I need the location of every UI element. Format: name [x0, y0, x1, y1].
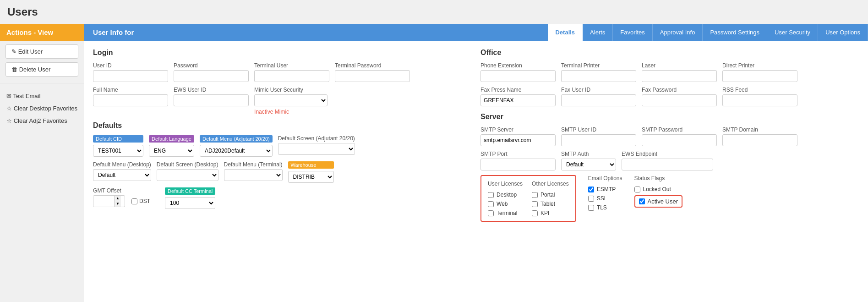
default-language-select[interactable]: ENG: [149, 145, 194, 157]
sidebar: Actions - View ✎ Edit User 🗑 Delete User…: [0, 24, 84, 302]
laser-group: Laser: [642, 62, 717, 82]
password-input[interactable]: [174, 70, 249, 82]
rss-feed-input[interactable]: [722, 94, 797, 106]
spinner-up[interactable]: ▲: [115, 196, 121, 201]
tab-favorites[interactable]: Favorites: [613, 24, 652, 41]
portal-label: Portal: [540, 192, 555, 198]
default-menu-desktop-select[interactable]: Default: [93, 169, 151, 181]
ews-user-id-label: EWS User ID: [174, 87, 249, 93]
mimic-user-security-select[interactable]: [254, 94, 328, 106]
edit-user-button[interactable]: ✎ Edit User: [5, 44, 78, 59]
desktop-checkbox[interactable]: [488, 192, 494, 198]
default-cc-terminal-select[interactable]: 100: [165, 197, 215, 209]
terminal-user-group: Terminal User: [254, 62, 329, 82]
user-licenses-col: User Licenses Desktop Web: [488, 181, 523, 216]
default-screen-desktop-select[interactable]: [157, 169, 218, 181]
smtp-port-label: SMTP Port: [480, 151, 556, 157]
default-screen-adj-label: Default Screen (Adjutant 20/20): [278, 135, 355, 142]
smtp-port-input[interactable]: [480, 159, 556, 170]
default-cid-group: Default CID TEST001: [93, 135, 143, 157]
login-section: Login User ID Password Termin: [93, 49, 471, 115]
terminal-printer-group: Terminal Printer: [561, 62, 636, 82]
default-menu-terminal-select[interactable]: [224, 169, 283, 181]
sidebar-item-clear-desktop[interactable]: ☆ Clear Desktop Favorites: [0, 102, 84, 115]
sidebar-item-clear-adj2[interactable]: ☆ Clear Adj2 Favorites: [0, 115, 84, 127]
dst-label: DST: [139, 198, 150, 204]
terminal-checkbox[interactable]: [488, 210, 494, 216]
ews-user-id-group: EWS User ID: [174, 87, 249, 106]
terminal-user-input[interactable]: [254, 70, 329, 82]
email-options-group: Email Options ESMTP SSL: [588, 175, 622, 211]
smtp-server-label: SMTP Server: [480, 126, 556, 133]
fax-user-id-input[interactable]: [561, 94, 636, 106]
delete-user-button[interactable]: 🗑 Delete User: [5, 62, 78, 77]
ews-user-id-input[interactable]: [174, 94, 249, 106]
defaults-row-1: Default CID TEST001 Default Language ENG: [93, 135, 471, 157]
default-menu-adj-select[interactable]: ADJ2020Default: [200, 145, 273, 157]
phone-ext-input[interactable]: [480, 70, 556, 82]
terminal-label: Terminal: [497, 210, 517, 216]
status-flags-group: Status Flags Locked Out Active User: [634, 175, 682, 208]
default-screen-adj-select[interactable]: [278, 143, 355, 155]
login-row-2: Full Name EWS User ID Mimic User Securit…: [93, 87, 471, 115]
ews-endpoint-input[interactable]: [622, 159, 713, 170]
spinner-down[interactable]: ▼: [115, 201, 121, 207]
tablet-label: Tablet: [540, 201, 555, 207]
ssl-label: SSL: [597, 195, 607, 202]
login-row-1: User ID Password Terminal User: [93, 62, 471, 82]
smtp-user-id-input[interactable]: [561, 134, 636, 146]
smtp-auth-group: SMTP Auth Default: [561, 151, 616, 170]
user-id-input[interactable]: [93, 70, 168, 82]
fax-password-input[interactable]: [642, 94, 717, 106]
rss-feed-group: RSS Feed: [722, 87, 797, 106]
active-user-checkbox[interactable]: [639, 198, 645, 204]
tab-bar-title: User Info for: [84, 24, 548, 41]
locked-out-check-row: Locked Out: [634, 186, 682, 192]
tab-approval-info[interactable]: Approval Info: [653, 24, 703, 41]
tab-user-security[interactable]: User Security: [767, 24, 818, 41]
gmt-offset-spinner[interactable]: ▲ ▼: [93, 195, 125, 207]
fax-press-name-group: Fax Press Name: [480, 87, 556, 106]
sidebar-item-test-email[interactable]: ✉ Test Email: [0, 90, 84, 102]
default-cid-select[interactable]: TEST001: [93, 145, 143, 157]
ssl-checkbox[interactable]: [588, 196, 594, 202]
fax-press-name-input[interactable]: [480, 94, 556, 106]
smtp-password-group: SMTP Password: [642, 126, 717, 146]
smtp-row-1: SMTP Server SMTP User ID SMTP Password: [480, 126, 859, 146]
dst-checkbox[interactable]: [131, 198, 137, 204]
smtp-password-label: SMTP Password: [642, 126, 717, 133]
tab-user-options[interactable]: User Options: [818, 24, 868, 41]
spinner-buttons: ▲ ▼: [114, 196, 121, 207]
terminal-printer-input[interactable]: [561, 70, 636, 82]
kpi-checkbox[interactable]: [532, 210, 538, 216]
licenses-box: User Licenses Desktop Web: [480, 175, 576, 222]
tab-details[interactable]: Details: [548, 24, 583, 41]
tls-check-row: TLS: [588, 204, 622, 211]
full-name-input[interactable]: [93, 94, 168, 106]
tab-alerts[interactable]: Alerts: [583, 24, 613, 41]
locked-out-checkbox[interactable]: [634, 187, 640, 192]
portal-checkbox[interactable]: [532, 192, 538, 198]
smtp-domain-input[interactable]: [722, 134, 797, 146]
password-group: Password: [174, 62, 249, 82]
smtp-password-input[interactable]: [642, 134, 717, 146]
gmt-offset-input[interactable]: [93, 196, 114, 207]
tablet-checkbox[interactable]: [532, 201, 538, 207]
server-title: Server: [480, 113, 859, 121]
default-menu-terminal-label: Default Menu (Terminal): [224, 161, 283, 168]
tab-password-settings[interactable]: Password Settings: [703, 24, 767, 41]
smtp-server-input[interactable]: [480, 134, 556, 146]
direct-printer-input[interactable]: [722, 70, 797, 82]
esmtp-checkbox[interactable]: [588, 187, 594, 192]
tls-checkbox[interactable]: [588, 205, 594, 211]
web-checkbox[interactable]: [488, 201, 494, 207]
smtp-auth-select[interactable]: Default: [561, 159, 616, 170]
password-label: Password: [174, 62, 249, 69]
gmt-offset-group: GMT Offset ▲ ▼: [93, 187, 150, 207]
fax-password-group: Fax Password: [642, 87, 717, 106]
laser-input[interactable]: [642, 70, 717, 82]
warehouse-select[interactable]: DISTRIB: [288, 171, 334, 183]
terminal-password-input[interactable]: [335, 70, 410, 82]
smtp-auth-label: SMTP Auth: [561, 151, 616, 157]
tab-bar: User Info for Details Alerts Favorites A…: [84, 24, 868, 41]
